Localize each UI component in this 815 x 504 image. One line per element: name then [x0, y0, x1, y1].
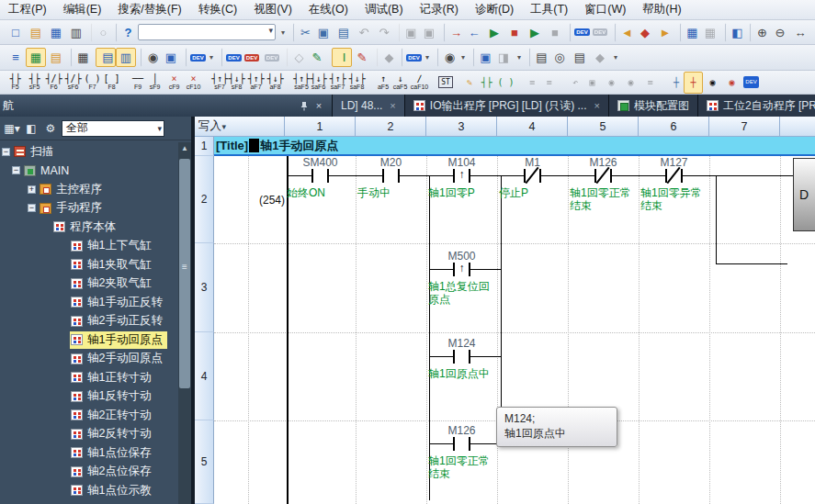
tree-item[interactable]: 轴1正转寸动 [0, 368, 178, 387]
device-batch-monitor-button[interactable]: DEV [186, 48, 206, 67]
insert-mode-button[interactable]: ▣ [419, 23, 439, 42]
find-button[interactable]: ◉ [141, 48, 161, 67]
save-project-button[interactable]: ▦ [46, 23, 66, 42]
menu-item[interactable]: 转换(C) [190, 0, 245, 20]
statement-prev-button[interactable]: ◄ [615, 23, 635, 42]
connection-display-button[interactable]: ┼ [664, 72, 684, 94]
open-project-button[interactable]: ▤ [26, 23, 46, 42]
pointer-button[interactable]: ◇ [287, 48, 307, 67]
tree-item[interactable]: − 扫描 [0, 142, 178, 162]
document-tab[interactable]: IO输出程序 [PRG] [LD] (只读) ... × [405, 95, 609, 117]
tree-item[interactable]: 轴2反转寸动 [0, 425, 178, 444]
row-number[interactable]: 3 [195, 243, 214, 332]
paste-special-button[interactable]: ▣ [399, 23, 419, 42]
user-library-button[interactable]: ◆ [590, 48, 610, 67]
rising-pulse-button[interactable]: ┤↑├sF7 [208, 72, 227, 94]
ladder-contact-cell[interactable]: M20 ↑ 手动中 [356, 156, 426, 222]
write-to-plc-button[interactable]: → [444, 23, 464, 42]
connection-edit-button[interactable]: ┼ [684, 72, 703, 94]
statement-next-button[interactable]: ► [655, 23, 675, 42]
tree-item[interactable]: 轴2夹取气缸 [0, 274, 178, 294]
expand-toggle[interactable]: + [28, 185, 36, 194]
stamp-button[interactable]: ◆ [377, 48, 397, 67]
open-window-2-button[interactable]: ▦ [700, 23, 720, 42]
document-button[interactable]: ▣ [583, 72, 602, 94]
row-number[interactable]: 5 [195, 420, 214, 504]
undo-button[interactable]: ↶ [354, 23, 374, 42]
parameter-chip-button[interactable]: ▦ [71, 48, 91, 67]
stop-watch-button[interactable]: ■ [504, 23, 525, 42]
coil-button[interactable]: ( )F7 [83, 72, 102, 94]
device-replace-button[interactable]: DEV [242, 48, 262, 67]
menu-item[interactable]: 搜索/替换(F) [109, 0, 189, 20]
tree-item[interactable]: 轴1手动正反转 [0, 293, 178, 312]
menu-item[interactable]: 诊断(D) [467, 0, 522, 20]
invert-result-button[interactable]: ↑aF5 [371, 72, 391, 94]
tree-item[interactable]: 程序本体 [0, 218, 178, 237]
vertical-line-button[interactable]: │sF9 [145, 72, 164, 94]
instruction-block[interactable]: D [793, 158, 815, 231]
falling-pulse-close-button[interactable]: ┤↓├aF8 [266, 72, 285, 94]
menu-item[interactable]: 窗口(W) [576, 0, 634, 20]
ladder-contact-cell[interactable]: M124 ↑ 轴1回原点中 [426, 337, 497, 403]
scrollbar-thumb[interactable] [179, 159, 190, 388]
device-entry-monitor-button[interactable]: DEV [221, 48, 242, 67]
menu-item[interactable]: 帮助(H) [634, 0, 689, 20]
tab-close-icon[interactable]: × [390, 100, 395, 111]
rung-title-row[interactable]: [Title]轴1手动回原点 [214, 137, 815, 156]
edit-coil-button[interactable]: ( ) [496, 72, 515, 94]
zoom-in-button[interactable]: ⊕ [750, 23, 770, 42]
device-batch-dropdown-icon[interactable]: ▾ [206, 48, 217, 67]
insert-row-button[interactable]: ≡ [640, 72, 660, 94]
run-write-mode-button[interactable]: ▦ [26, 48, 46, 67]
horizontal-line-button[interactable]: ──F9 [126, 72, 145, 94]
find-replace-button[interactable]: ▣ [161, 48, 181, 67]
paste-button[interactable]: ▤ [334, 23, 354, 42]
rising-pulse-close-branch-button[interactable]: ┤↑├saF7 [328, 72, 347, 94]
delete-horizontal-line-button[interactable]: ×cF9 [164, 72, 184, 94]
tree-item[interactable]: 轴1手动回原点 [0, 330, 178, 350]
overflow-icon[interactable]: ▾ [514, 48, 525, 67]
falling-pulse-branch-button[interactable]: ┤↓├saF6 [309, 72, 328, 94]
tree-item[interactable]: 轴2点位保存 [0, 463, 178, 482]
note-edit-button[interactable]: ✎ [352, 48, 372, 67]
help-button[interactable]: ? [116, 23, 136, 42]
close-branch-button[interactable]: ┤/├sF6 [63, 72, 83, 94]
scaling-button[interactable]: ◨ [493, 48, 514, 67]
redo-button[interactable]: ↷ [374, 23, 394, 42]
tree-item[interactable]: − MAIN [0, 162, 178, 181]
toolbar-overflow-icon[interactable]: ▾ [277, 23, 289, 42]
batch-note-button[interactable]: ≡ [539, 72, 559, 94]
result-rising-pulse-button[interactable]: ↓caF5 [391, 72, 410, 94]
cut-button[interactable]: ✂ [293, 23, 313, 42]
scroll-up-icon[interactable]: ▲ [178, 142, 191, 154]
zoom-out-button[interactable]: ⊖ [770, 23, 790, 42]
statement-display-button[interactable]: ▥ [116, 48, 136, 67]
falling-pulse-close-branch-button[interactable]: ┤↓├saF8 [347, 72, 367, 94]
tree-filter-dropdown[interactable]: 全部 [62, 120, 164, 137]
statement-edit-button[interactable]: I [332, 48, 352, 67]
ladder-contact-cell[interactable]: M126 ↑ 轴1回零正常结束 [426, 424, 497, 490]
row-number[interactable]: 1 [195, 137, 214, 156]
tree-item[interactable]: 轴1上下气缸 [0, 237, 178, 256]
menu-item[interactable]: 视图(V) [245, 0, 300, 20]
overflow-2-icon[interactable]: ▾ [610, 48, 621, 67]
copy-button[interactable]: ▣ [313, 23, 334, 42]
pin-icon[interactable] [297, 98, 311, 113]
tree-item[interactable]: 轴2手动正反转 [0, 312, 178, 331]
project-tree-button[interactable]: ≡ [6, 48, 26, 67]
inline-st-button[interactable]: ST [434, 72, 453, 94]
menu-item[interactable]: 编辑(E) [55, 0, 110, 20]
window-cascade-button[interactable]: ◧ [725, 23, 745, 42]
edit-ladder-button[interactable]: ✎ [458, 72, 477, 94]
expand-toggle[interactable]: − [2, 148, 10, 156]
ladder-contact-cell[interactable]: M127 ↑ 轴1回零异常结束 [639, 156, 709, 222]
device-display-dropdown-icon[interactable]: ▾ [422, 48, 433, 67]
tree-item[interactable]: 轴2手动回原点 [0, 350, 178, 369]
menu-item[interactable]: 调试(B) [357, 0, 412, 20]
row-number[interactable]: 4 [195, 332, 214, 420]
document-tab[interactable]: LD] 48... × [333, 95, 405, 117]
menu-item[interactable]: 在线(O) [300, 0, 357, 20]
document-tab[interactable]: 模块配置图 [609, 95, 698, 117]
tree-item[interactable]: − 手动程序 [0, 199, 178, 218]
